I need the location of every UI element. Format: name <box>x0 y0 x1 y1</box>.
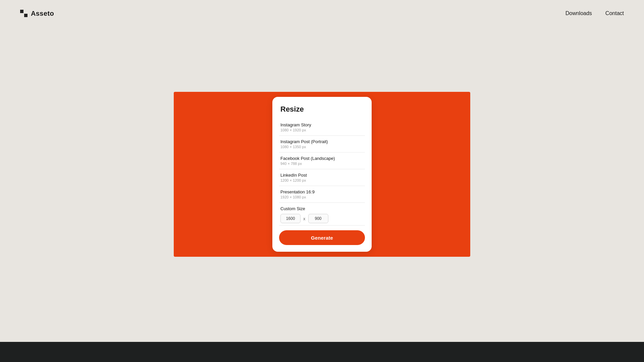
option-size-instagram-story: 362 × 644 px <box>280 128 364 132</box>
generate-button[interactable]: Generate <box>279 230 365 245</box>
nav-contact[interactable]: Contact <box>605 10 624 16</box>
option-size-facebook-landscape: 940 × 788 px <box>280 162 364 166</box>
logo-icon-cell-tl <box>20 10 23 13</box>
option-name-instagram-story: Instagram Story <box>280 122 364 127</box>
option-name-presentation: Presentation 16:9 <box>280 189 364 194</box>
logo-text: Asseto <box>31 10 54 17</box>
option-name-instagram-portrait: Instagram Post (Portrait) <box>280 139 364 144</box>
custom-size-section: Custom Size x <box>279 203 365 226</box>
resize-option-facebook-landscape[interactable]: Facebook Post (Landscape) 940 × 788 px <box>279 153 365 169</box>
option-size-linkedin: 1200 × 1200 px <box>280 178 364 182</box>
logo-icon-cell-bl <box>20 14 23 17</box>
option-name-linkedin: LinkedIn Post <box>280 173 364 178</box>
option-name-facebook-landscape: Facebook Post (Landscape) <box>280 156 364 161</box>
option-size-instagram-portrait: 1080 × 1350 px <box>280 145 364 149</box>
custom-width-input[interactable] <box>280 214 301 223</box>
resize-option-presentation[interactable]: Presentation 16:9 644 × 362 px <box>279 186 365 203</box>
footer <box>0 342 644 362</box>
custom-size-label: Custom Size <box>280 206 364 211</box>
resize-option-linkedin[interactable]: LinkedIn Post 1200 × 1200 px <box>279 169 365 186</box>
logo: Asseto <box>20 10 54 17</box>
header: Asseto Downloads Contact <box>0 0 644 27</box>
resize-card: Resize Instagram Story 362 × 644 px In… <box>272 97 372 252</box>
custom-height-input[interactable] <box>308 214 328 223</box>
resize-card-title: Resize <box>279 105 365 114</box>
logo-icon-cell-tr <box>24 10 28 13</box>
resize-option-instagram-story[interactable]: Instagram Story 362 × 644 px <box>279 119 365 136</box>
resize-options-list: Instagram Story 362 × 644 px Instagram… <box>279 119 365 226</box>
orange-banner: Resize Instagram Story 362 × 644 px In… <box>174 92 470 257</box>
nav-downloads[interactable]: Downloads <box>566 10 592 16</box>
logo-icon-cell-br <box>24 14 28 17</box>
main-content: Resize Instagram Story 362 × 644 px In… <box>0 27 644 342</box>
custom-size-inputs: x <box>280 214 364 223</box>
custom-separator: x <box>303 216 306 221</box>
nav: Downloads Contact <box>566 10 624 16</box>
logo-icon <box>20 10 28 17</box>
resize-option-instagram-portrait[interactable]: Instagram Post (Portrait) 1080 × 1350 px <box>279 136 365 153</box>
option-size-presentation: 644 × 362 px <box>280 195 364 199</box>
